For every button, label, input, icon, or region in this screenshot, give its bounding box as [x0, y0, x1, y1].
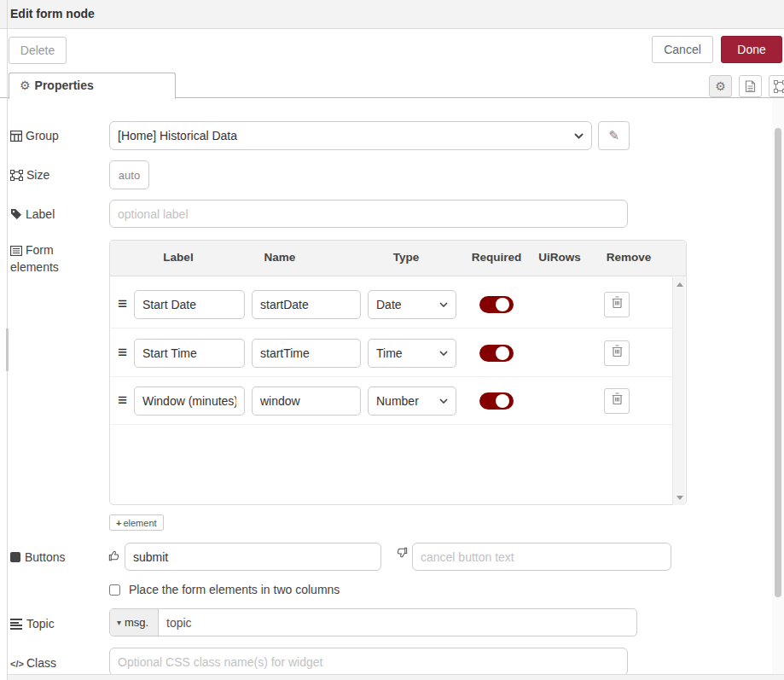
cancel-button-text-input[interactable]	[412, 543, 671, 571]
dialog-title: Edit form node	[10, 7, 95, 20]
form-elements-field-label: Form elements	[10, 241, 99, 276]
chevron-down-icon	[439, 398, 448, 404]
topic-type-button[interactable]: ▾msg.	[110, 609, 159, 636]
scroll-up-icon[interactable]	[677, 282, 683, 287]
table-icon	[10, 131, 22, 142]
element-type-select[interactable]: Time	[368, 339, 456, 368]
form-element-row: ≡ Number	[111, 377, 674, 425]
group-select[interactable]: [Home] Historical Data	[109, 121, 592, 150]
scroll-down-icon[interactable]	[677, 496, 683, 500]
column-header-remove: Remove	[607, 251, 652, 264]
scrollbar-thumb[interactable]	[775, 128, 781, 597]
required-toggle[interactable]	[479, 345, 514, 362]
remove-element-button[interactable]	[604, 388, 630, 414]
two-columns-option: Place the form elements in two columns	[109, 583, 340, 596]
size-button[interactable]: auto	[109, 160, 149, 189]
element-type-select[interactable]: Number	[368, 386, 456, 416]
done-button[interactable]: Done	[721, 36, 782, 63]
element-name-input[interactable]	[252, 386, 361, 416]
editor-tab-bar: ⚙Properties ⚙	[0, 73, 784, 98]
buttons-field-label: Buttons	[10, 549, 99, 566]
class-input[interactable]	[109, 648, 628, 676]
chevron-down-icon	[439, 302, 448, 307]
topic-input[interactable]	[159, 609, 635, 636]
dialog-header: Edit form node	[0, 0, 784, 29]
delete-button[interactable]: Delete	[9, 37, 67, 64]
drag-handle-icon[interactable]: ≡	[118, 390, 127, 410]
form-element-row: ≡ Date	[111, 281, 674, 328]
gear-icon: ⚙	[715, 79, 726, 93]
element-label-input[interactable]	[134, 339, 245, 368]
element-label-input[interactable]	[134, 386, 245, 416]
description-tab-button[interactable]	[739, 75, 762, 97]
chevron-down-icon	[439, 351, 448, 356]
label-field-label: Label	[10, 206, 99, 223]
column-header-required: Required	[472, 251, 522, 264]
vertical-scrollbar[interactable]	[772, 98, 784, 674]
remove-element-button[interactable]	[604, 292, 630, 317]
tray-resize-grip[interactable]	[6, 328, 9, 371]
column-header-name: Name	[264, 251, 296, 264]
thumbs-down-icon	[396, 546, 409, 559]
trash-icon	[612, 344, 623, 357]
appearance-tab-button[interactable]	[769, 75, 784, 97]
trash-icon	[612, 295, 623, 308]
pencil-icon: ✎	[608, 128, 619, 142]
form-element-row: ≡ Time	[111, 329, 674, 377]
column-header-label: Label	[163, 251, 193, 264]
group-field-label: Group	[10, 127, 99, 144]
element-label-input[interactable]	[134, 290, 245, 319]
edit-form-node-dialog: Edit form node Delete Cancel Done ⚙Prope…	[0, 0, 784, 680]
cancel-button[interactable]: Cancel	[652, 36, 713, 63]
chevron-down-icon	[574, 133, 584, 139]
table-scrollbar[interactable]	[672, 277, 685, 505]
element-name-input[interactable]	[252, 339, 361, 368]
label-input[interactable]	[109, 200, 628, 228]
object-group-icon	[10, 170, 23, 181]
code-icon: </>	[10, 659, 24, 669]
size-field-label: Size	[10, 166, 99, 183]
caret-down-icon: ▾	[117, 618, 121, 627]
class-field-label: </>Class	[10, 654, 99, 672]
form-elements-table-header: Label Name Type Required UiRows Remove	[110, 241, 686, 276]
document-icon	[745, 80, 756, 93]
element-name-input[interactable]	[252, 290, 361, 319]
square-icon	[10, 552, 20, 562]
element-type-select[interactable]: Date	[368, 290, 456, 319]
gear-icon: ⚙	[20, 78, 31, 92]
remove-element-button[interactable]	[604, 340, 630, 366]
topic-typed-input: ▾msg.	[109, 608, 637, 636]
dialog-footer	[8, 674, 784, 680]
topic-field-label: Topic	[10, 615, 99, 632]
add-element-button[interactable]: +element	[109, 514, 164, 531]
tasks-icon	[10, 619, 22, 629]
two-columns-checkbox[interactable]	[109, 584, 120, 596]
drag-handle-icon[interactable]: ≡	[118, 294, 127, 314]
appearance-icon	[774, 80, 784, 93]
tab-properties[interactable]: ⚙Properties	[9, 73, 176, 99]
form-elements-table: Label Name Type Required UiRows Remove ≡…	[109, 240, 687, 505]
column-header-type: Type	[393, 251, 420, 264]
list-alt-icon	[10, 246, 22, 256]
edit-group-button[interactable]: ✎	[598, 121, 630, 150]
thumbs-up-icon	[107, 549, 120, 562]
tag-icon	[10, 208, 22, 220]
properties-tab-button[interactable]: ⚙	[709, 75, 732, 97]
required-toggle[interactable]	[479, 296, 514, 313]
tab-properties-label: Properties	[35, 78, 94, 92]
submit-button-text-input[interactable]	[125, 543, 381, 571]
two-columns-label: Place the form elements in two columns	[129, 583, 340, 596]
column-header-uirows: UiRows	[538, 251, 581, 264]
group-select-value: [Home] Historical Data	[118, 129, 237, 142]
required-toggle[interactable]	[479, 392, 514, 410]
drag-handle-icon[interactable]: ≡	[118, 342, 127, 363]
trash-icon	[612, 392, 623, 404]
